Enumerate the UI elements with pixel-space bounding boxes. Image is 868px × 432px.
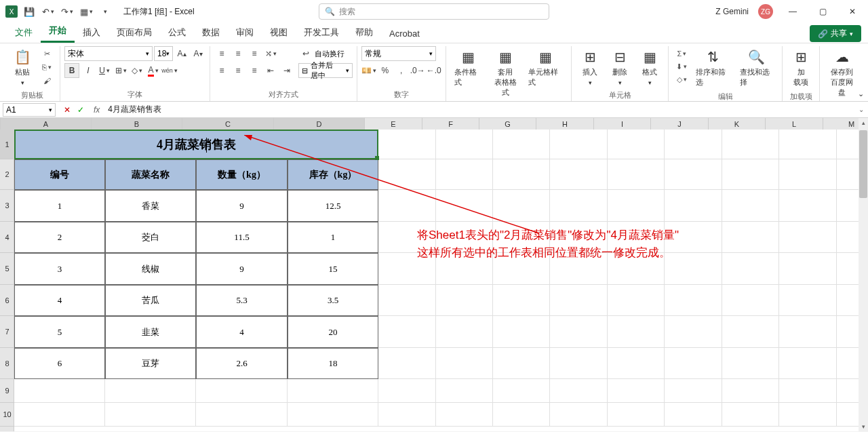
cell[interactable] xyxy=(493,190,550,222)
cell[interactable] xyxy=(722,316,779,348)
table-data-cell[interactable]: 11.5 xyxy=(196,222,288,253)
row-header-7[interactable]: 7 xyxy=(0,316,14,348)
cell[interactable] xyxy=(550,159,608,190)
cut-button[interactable]: ✂ xyxy=(39,47,54,60)
insert-cells-button[interactable]: ⊞插入▾ xyxy=(576,46,604,89)
table-data-cell[interactable]: 1 xyxy=(14,190,105,222)
cancel-edit-button[interactable]: ✕ xyxy=(61,104,73,116)
cell[interactable] xyxy=(665,316,722,348)
cell[interactable] xyxy=(779,222,837,253)
share-button[interactable]: 🔗 共享 ▾ xyxy=(810,25,861,42)
cell[interactable] xyxy=(608,379,665,403)
cell[interactable] xyxy=(378,130,436,159)
fx-icon[interactable]: fx xyxy=(94,105,100,115)
vertical-scrollbar[interactable]: ▴ ▾ xyxy=(859,118,868,431)
cell[interactable] xyxy=(436,190,493,222)
comma-button[interactable]: , xyxy=(394,63,409,78)
align-center-button[interactable]: ≡ xyxy=(231,63,245,78)
qat-menu-icon[interactable]: ▾ xyxy=(98,4,113,19)
table-data-cell[interactable]: 韭菜 xyxy=(105,316,196,348)
bold-button[interactable]: B xyxy=(64,63,79,78)
cell[interactable] xyxy=(378,403,436,427)
align-bottom-button[interactable]: ≡ xyxy=(247,46,262,61)
cell[interactable] xyxy=(608,316,665,348)
cell[interactable] xyxy=(550,130,608,159)
cell[interactable] xyxy=(14,403,105,427)
tab-help[interactable]: 帮助 xyxy=(347,22,381,43)
tab-acrobat[interactable]: Acrobat xyxy=(381,24,428,43)
table-data-cell[interactable]: 9 xyxy=(196,190,288,222)
cell[interactable] xyxy=(550,190,608,222)
cell[interactable] xyxy=(288,403,378,427)
cell[interactable] xyxy=(493,316,550,348)
orientation-button[interactable]: ⤭ xyxy=(263,46,278,61)
cell[interactable] xyxy=(196,403,288,427)
cell[interactable] xyxy=(436,403,493,427)
maximize-button[interactable]: ▢ xyxy=(812,3,833,20)
cell[interactable] xyxy=(779,159,837,190)
cell[interactable] xyxy=(722,222,779,253)
cell[interactable] xyxy=(550,379,608,403)
table-data-cell[interactable]: 9 xyxy=(196,253,288,285)
tab-page-layout[interactable]: 页面布局 xyxy=(108,22,160,43)
column-header-B[interactable]: B xyxy=(92,118,182,130)
table-data-cell[interactable]: 4 xyxy=(14,285,105,316)
table-data-cell[interactable]: 5.3 xyxy=(196,285,288,316)
table-header-cell[interactable]: 蔬菜名称 xyxy=(105,159,196,190)
cell[interactable] xyxy=(105,379,196,403)
table-data-cell[interactable]: 15 xyxy=(288,253,378,285)
cell[interactable] xyxy=(722,285,779,316)
table-data-cell[interactable]: 18 xyxy=(288,348,378,379)
cell[interactable] xyxy=(665,403,722,427)
conditional-format-button[interactable]: ▦条件格式 xyxy=(450,46,486,90)
cell[interactable] xyxy=(722,379,779,403)
underline-button[interactable]: U xyxy=(97,63,112,78)
cell[interactable] xyxy=(493,130,550,159)
table-data-cell[interactable]: 香菜 xyxy=(105,190,196,222)
cell[interactable] xyxy=(288,379,378,403)
increase-indent-button[interactable]: ⇥ xyxy=(279,63,294,78)
font-size-combo[interactable]: 18▾ xyxy=(154,46,173,61)
table-data-cell[interactable]: 12.5 xyxy=(288,190,378,222)
undo-icon[interactable]: ↶ xyxy=(41,4,56,19)
cell[interactable] xyxy=(779,316,837,348)
close-button[interactable]: ✕ xyxy=(842,3,863,20)
cell[interactable] xyxy=(105,403,196,427)
table-data-cell[interactable]: 3 xyxy=(14,253,105,285)
tab-developer[interactable]: 开发工具 xyxy=(296,22,347,43)
row-header-8[interactable]: 8 xyxy=(0,348,14,379)
cell[interactable] xyxy=(436,130,493,159)
cell[interactable] xyxy=(779,190,837,222)
fill-color-button[interactable]: ◇ xyxy=(130,63,144,78)
decrease-font-button[interactable]: A▾ xyxy=(191,46,205,61)
name-box[interactable]: A1▾ xyxy=(3,103,56,117)
column-header-G[interactable]: G xyxy=(479,118,536,130)
row-header-5[interactable]: 5 xyxy=(0,253,14,285)
table-data-cell[interactable]: 6 xyxy=(14,348,105,379)
cell[interactable] xyxy=(608,190,665,222)
cell[interactable] xyxy=(550,316,608,348)
merge-center-button[interactable]: ⊟合并后居中 xyxy=(298,63,353,78)
cell[interactable] xyxy=(378,379,436,403)
tab-insert[interactable]: 插入 xyxy=(75,22,108,43)
cell[interactable] xyxy=(779,403,837,427)
cell[interactable] xyxy=(493,403,550,427)
align-top-button[interactable]: ≡ xyxy=(214,46,229,61)
delete-cells-button[interactable]: ⊟删除▾ xyxy=(606,46,634,89)
align-middle-button[interactable]: ≡ xyxy=(231,46,245,61)
paste-button[interactable]: 📋 粘贴 ▾ xyxy=(8,46,37,89)
format-as-table-button[interactable]: ▦套用 表格格式 xyxy=(488,46,524,100)
cell[interactable] xyxy=(436,379,493,403)
cell[interactable] xyxy=(779,130,837,159)
tab-review[interactable]: 审阅 xyxy=(228,22,262,43)
column-header-C[interactable]: C xyxy=(182,118,274,130)
cell[interactable] xyxy=(779,348,837,379)
cell[interactable] xyxy=(779,253,837,285)
collapse-ribbon-button[interactable]: ⌄ xyxy=(858,90,864,98)
cell[interactable] xyxy=(665,159,722,190)
table-data-cell[interactable]: 2.6 xyxy=(196,348,288,379)
table-data-cell[interactable]: 2 xyxy=(14,222,105,253)
cell[interactable] xyxy=(493,285,550,316)
cell[interactable] xyxy=(608,159,665,190)
cell[interactable] xyxy=(608,348,665,379)
